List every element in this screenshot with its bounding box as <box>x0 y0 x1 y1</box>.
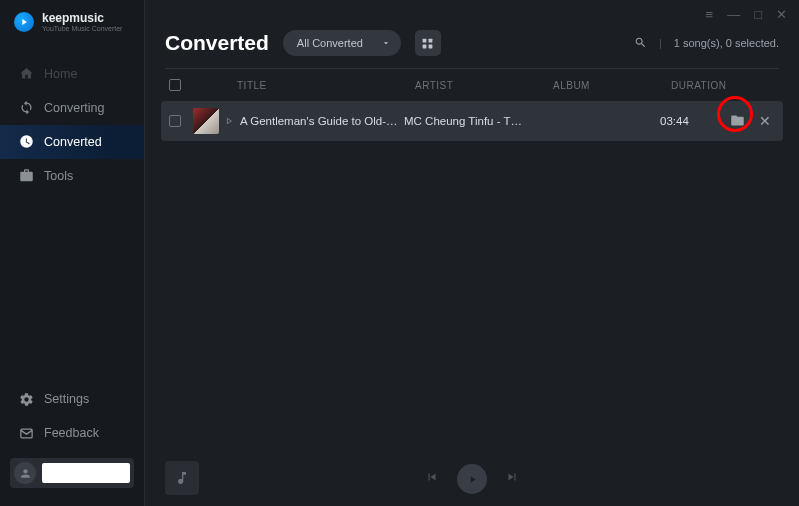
sidebar-item-label: Converting <box>44 101 104 115</box>
window-controls: ≡ — □ ✕ <box>145 0 799 28</box>
sidebar-item-label: Feedback <box>44 426 99 440</box>
sidebar-item-label: Settings <box>44 392 89 406</box>
avatar-icon <box>14 462 36 484</box>
album-art <box>193 108 219 134</box>
logo-icon <box>14 12 34 32</box>
user-name-redacted <box>42 463 130 483</box>
filter-label: All Converted <box>297 37 363 49</box>
track-title: A Gentleman's Guide to Old-… <box>240 115 404 127</box>
search-button[interactable] <box>634 36 647 51</box>
next-button[interactable] <box>505 470 519 488</box>
sidebar-item-settings[interactable]: Settings <box>0 382 144 416</box>
app-logo: keepmusic YouTube Music Converter <box>0 0 144 43</box>
user-account[interactable] <box>10 458 134 488</box>
skip-previous-icon <box>425 470 439 484</box>
column-duration: DURATION <box>671 80 741 91</box>
converted-icon <box>18 134 34 150</box>
previous-button[interactable] <box>425 470 439 488</box>
sidebar-item-label: Converted <box>44 135 102 149</box>
track-artist: MC Cheung Tinfu - T… <box>404 115 542 127</box>
column-title: TITLE <box>237 80 415 91</box>
search-icon <box>634 36 647 49</box>
sidebar-item-tools[interactable]: Tools <box>0 159 144 193</box>
home-icon <box>18 66 34 82</box>
app-subtitle: YouTube Music Converter <box>42 25 122 33</box>
playback-controls <box>425 464 519 494</box>
music-note-icon <box>174 470 190 486</box>
grid-icon <box>421 37 434 50</box>
sidebar-item-label: Tools <box>44 169 73 183</box>
sidebar: keepmusic YouTube Music Converter Home C… <box>0 0 145 506</box>
page-title: Converted <box>165 31 269 55</box>
mail-icon <box>18 425 34 441</box>
svg-rect-4 <box>423 44 427 48</box>
now-playing-button[interactable] <box>165 461 199 495</box>
open-folder-button[interactable] <box>730 113 745 130</box>
table-row[interactable]: A Gentleman's Guide to Old-… MC Cheung T… <box>161 101 783 141</box>
remove-row-button[interactable]: ✕ <box>759 113 771 129</box>
selection-status: 1 song(s), 0 selected. <box>674 37 779 49</box>
column-artist: ARTIST <box>415 80 553 91</box>
svg-rect-5 <box>429 44 433 48</box>
maximize-icon[interactable]: □ <box>754 7 762 22</box>
row-checkbox[interactable] <box>169 115 181 127</box>
main: ≡ — □ ✕ Converted All Converted | 1 song… <box>145 0 799 506</box>
play-icon <box>225 117 233 125</box>
skip-next-icon <box>505 470 519 484</box>
grid-view-button[interactable] <box>415 30 441 56</box>
select-all-checkbox[interactable] <box>169 79 181 91</box>
svg-rect-2 <box>423 38 427 42</box>
chevron-down-icon <box>381 38 391 48</box>
play-icon <box>467 474 478 485</box>
gear-icon <box>18 391 34 407</box>
app-name: keepmusic <box>42 12 122 25</box>
sidebar-item-home[interactable]: Home <box>0 57 144 91</box>
table-header: TITLE ARTIST ALBUM DURATION <box>145 69 799 101</box>
menu-icon[interactable]: ≡ <box>706 7 714 22</box>
minimize-icon[interactable]: — <box>727 7 740 22</box>
sidebar-item-feedback[interactable]: Feedback <box>0 416 144 450</box>
play-button[interactable] <box>457 464 487 494</box>
track-duration: 03:44 <box>660 115 730 127</box>
sidebar-item-label: Home <box>44 67 77 81</box>
folder-icon <box>730 113 745 128</box>
filter-dropdown[interactable]: All Converted <box>283 30 401 56</box>
tools-icon <box>18 168 34 184</box>
play-row-button[interactable] <box>225 115 233 127</box>
svg-rect-3 <box>429 38 433 42</box>
close-icon[interactable]: ✕ <box>776 7 787 22</box>
converting-icon <box>18 100 34 116</box>
column-album: ALBUM <box>553 80 671 91</box>
sidebar-item-converted[interactable]: Converted <box>0 125 144 159</box>
sidebar-item-converting[interactable]: Converting <box>0 91 144 125</box>
divider: | <box>659 37 662 49</box>
